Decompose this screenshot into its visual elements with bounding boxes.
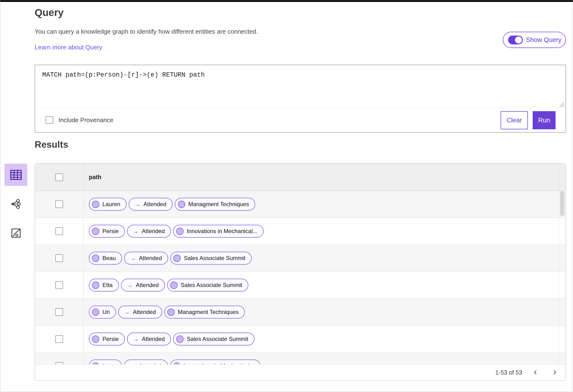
learn-more-link[interactable]: Learn more about Query xyxy=(35,44,102,51)
chevron-left-icon xyxy=(532,369,539,376)
node-icon xyxy=(178,201,185,208)
node-icon xyxy=(92,255,99,262)
node-icon xyxy=(92,336,99,343)
results-title: Results xyxy=(35,139,68,150)
header-check-cell xyxy=(35,164,84,191)
graph-view-icon xyxy=(11,199,21,209)
chart-view-icon xyxy=(11,228,21,238)
row-checkbox[interactable] xyxy=(55,281,63,289)
chart-view-button[interactable] xyxy=(4,222,27,244)
arrow-right-icon: → xyxy=(132,336,139,342)
row-check-cell xyxy=(35,299,84,325)
entity-node-pill[interactable]: Sales Associate Summit xyxy=(173,333,254,345)
table-header-row: path xyxy=(35,164,566,191)
entity-node-pill[interactable]: Sales Associate Summit xyxy=(167,279,248,291)
row-check-cell xyxy=(35,218,84,245)
node-icon xyxy=(92,201,99,208)
table-row: Beau → Attended Sales Associate Summit xyxy=(35,245,566,272)
row-checkbox[interactable] xyxy=(55,254,63,262)
person-node-pill[interactable]: Uri xyxy=(89,306,116,319)
scrollbar-thumb[interactable] xyxy=(560,191,564,216)
path-cell: Etta → Attended Sales Associate Summit xyxy=(84,272,248,298)
path-cell: Persie → Attended Sales Associate Summit xyxy=(84,326,254,352)
entity-node-pill[interactable]: Innovations in Mechanical... xyxy=(173,225,264,238)
query-actions-bar: Include Provenance Clear Run xyxy=(35,108,566,132)
relation-pill[interactable]: → Attended xyxy=(129,198,173,211)
relation-pill[interactable]: → Attended xyxy=(124,252,168,265)
show-query-toggle[interactable]: Show Query xyxy=(503,32,566,48)
path-cell: Uri → Attended Managment Techniques xyxy=(84,299,245,325)
previous-page-button[interactable] xyxy=(531,367,540,378)
query-editor-panel: MATCH path=(p:Person)-[r]->(e) RETURN pa… xyxy=(35,65,566,133)
row-check-cell xyxy=(35,326,84,352)
person-node-pill[interactable]: Lauren xyxy=(89,198,126,211)
row-check-cell xyxy=(35,245,84,272)
relation-pill[interactable]: → Attended xyxy=(127,225,171,238)
row-check-cell xyxy=(35,272,84,298)
clear-button[interactable]: Clear xyxy=(501,111,528,129)
node-icon xyxy=(176,336,184,343)
column-header-path: path xyxy=(84,174,102,181)
path-cell: Beau → Attended Sales Associate Summit xyxy=(84,245,252,272)
pagination-range-label: 1-53 of 53 xyxy=(495,369,522,376)
path-cell: Lauren → Attended Managment Techniques xyxy=(84,191,255,218)
table-row: Lauren → Attended Managment Techniques xyxy=(35,191,566,218)
page-title: Query xyxy=(35,7,64,18)
table-row: Uri → Attended Managment Techniques xyxy=(35,299,566,326)
row-checkbox[interactable] xyxy=(55,200,63,208)
table-view-button[interactable] xyxy=(4,164,27,186)
resize-grip-icon[interactable] xyxy=(558,102,564,107)
node-icon xyxy=(92,282,99,289)
table-body: Lauren → Attended Managment Techniques P… xyxy=(35,191,566,380)
toggle-switch-icon[interactable] xyxy=(508,35,523,44)
table-row: Etta → Attended Sales Associate Summit xyxy=(35,272,566,299)
person-node-pill[interactable]: Beau xyxy=(89,252,122,265)
run-button[interactable]: Run xyxy=(533,111,555,129)
entity-node-pill[interactable]: Managment Techniques xyxy=(175,198,255,211)
node-icon xyxy=(92,308,99,316)
table-view-icon xyxy=(10,170,22,180)
show-query-label: Show Query xyxy=(526,36,562,44)
person-node-pill[interactable]: Persie xyxy=(89,225,125,238)
table-row: Persie → Attended Innovations in Mechani… xyxy=(35,218,566,245)
entity-node-pill[interactable]: Sales Associate Summit xyxy=(170,252,251,265)
relation-pill[interactable]: → Attended xyxy=(127,333,171,345)
arrow-right-icon: → xyxy=(129,255,136,261)
row-checkbox[interactable] xyxy=(55,335,63,343)
relation-pill[interactable]: → Attended xyxy=(121,279,165,291)
arrow-right-icon: → xyxy=(124,309,130,315)
entity-node-pill[interactable]: Managment Techniques xyxy=(164,306,245,319)
person-node-pill[interactable]: Etta xyxy=(89,279,119,291)
include-provenance-label: Include Provenance xyxy=(58,117,113,124)
path-cell: Persie → Attended Innovations in Mechani… xyxy=(84,218,264,245)
include-provenance-checkbox[interactable] xyxy=(46,116,53,124)
node-icon xyxy=(173,255,181,262)
node-icon xyxy=(167,308,175,316)
node-icon xyxy=(170,282,178,289)
select-all-checkbox[interactable] xyxy=(55,173,63,181)
row-check-cell xyxy=(35,191,84,218)
person-node-pill[interactable]: Persie xyxy=(89,333,125,345)
pagination-bar: 1-53 of 53 xyxy=(35,364,566,380)
row-checkbox[interactable] xyxy=(55,308,63,316)
query-description: You can query a knowledge graph to ident… xyxy=(35,28,258,35)
node-icon xyxy=(92,228,99,235)
node-icon xyxy=(176,228,184,235)
arrow-right-icon: → xyxy=(126,282,133,289)
results-table: path Lauren → Attended Managment Techniq… xyxy=(35,163,566,381)
graph-view-button[interactable] xyxy=(4,193,27,215)
query-input[interactable]: MATCH path=(p:Person)-[r]->(e) RETURN pa… xyxy=(35,65,566,107)
row-checkbox[interactable] xyxy=(55,227,63,235)
window-top-edge xyxy=(0,0,573,2)
arrow-right-icon: → xyxy=(132,228,139,235)
table-row: Persie → Attended Sales Associate Summit xyxy=(35,326,566,353)
next-page-button[interactable] xyxy=(550,367,559,378)
chevron-right-icon xyxy=(551,369,558,376)
relation-pill[interactable]: → Attended xyxy=(118,306,162,319)
results-view-switcher xyxy=(4,164,27,251)
arrow-right-icon: → xyxy=(134,201,140,207)
vertical-scrollbar[interactable] xyxy=(559,164,566,364)
